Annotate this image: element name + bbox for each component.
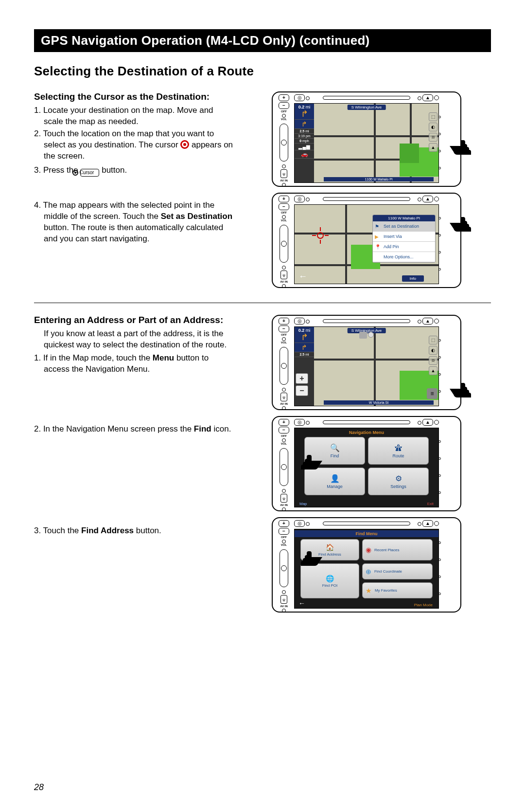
section-heading: Selecting the Destination of a Route	[34, 64, 491, 79]
step-2-3a: 3. Touch the	[34, 526, 81, 535]
pointing-hand-icon	[296, 546, 325, 568]
step-2-3-bold: Find Address	[81, 526, 134, 535]
manage-icon: 👤	[330, 474, 340, 483]
side-icon-2: ◐	[429, 123, 438, 131]
street-label: S Wilmington Ave	[348, 105, 386, 110]
minus-btn: −	[279, 102, 289, 109]
tile-my-favorites[interactable]: ★My Favorites	[362, 582, 433, 598]
sec2-intro: If you know at least a part of the addre…	[44, 328, 233, 351]
step-1-3-text-b: button.	[99, 165, 127, 175]
tile-recent-places[interactable]: ◉Recent Places	[362, 539, 433, 560]
ctx-add-pin[interactable]: 📍Add Pin	[373, 242, 435, 252]
recent-icon: ◉	[366, 546, 371, 554]
menu-button[interactable]: ≡	[427, 388, 438, 399]
step-2-3b: button.	[134, 526, 161, 535]
step-2-2a: 2. In the Navigation Menu screen press t…	[34, 424, 194, 433]
side-icon-3: ⛭	[429, 133, 438, 142]
sub-heading-1: Selecting the Cursor as the Destination:	[34, 91, 233, 102]
ctx-more-options[interactable]: More Options...	[373, 252, 435, 262]
step-2-3: 3. Touch the Find Address button.	[44, 525, 233, 537]
route-icon: 🛣	[395, 444, 402, 452]
coord-icon: ⊕	[366, 568, 371, 576]
tile-find-coordinate[interactable]: ⊕Find Coordinate	[362, 563, 433, 579]
side-icon-1: ⬚	[429, 112, 438, 121]
sub-heading-2: Entering an Address or Part of an Addres…	[34, 315, 233, 325]
device-screenshot-1: ◎▲ +−OFFVOLψAV IN S Wilmington Ave 0.2 m…	[272, 91, 461, 187]
zoom-out-btn[interactable]: −	[296, 385, 308, 396]
step-1-4-bold: Set as Destination	[161, 212, 232, 221]
usb-icon: ψ	[280, 169, 287, 178]
cursor-button-inline: Cursor	[80, 169, 99, 177]
tile-manage[interactable]: 👤Manage	[304, 468, 365, 495]
step-1-1: 1. Locate your destination on the map. M…	[44, 105, 233, 127]
turn-arrow-1-icon: ↱	[295, 109, 314, 118]
flag-icon: ⚑	[375, 224, 379, 229]
exit-link[interactable]: Exit	[427, 502, 434, 506]
dist-2-unit: mi	[305, 129, 309, 133]
nav-time: 3:19 pm	[295, 134, 314, 139]
car-icon: 🚗	[295, 150, 314, 159]
via-icon: ▶	[375, 234, 379, 239]
back-arrow-icon[interactable]: ←	[298, 271, 307, 282]
turn-arrow-2-icon: ↱	[295, 121, 314, 127]
pointing-hand-icon	[447, 212, 476, 234]
step-2-2-bold: Find	[194, 424, 211, 433]
star-icon: ★	[366, 587, 372, 595]
zoom-in-btn[interactable]: +	[296, 373, 308, 384]
device-screenshot-2: ◎▲ +−OFFVOLψAV IN 11	[272, 193, 461, 288]
find-icon: 🔍	[330, 443, 340, 452]
device-screenshot-5: ◎▲ +−OFFVOLψAV IN Find Menu 🏠Find Addres…	[272, 517, 461, 613]
bottom-street-label-3: W Victoria St	[324, 400, 434, 405]
plan-mode-link[interactable]: Plan Mode	[414, 603, 433, 607]
step-1-3: 3. Press the Cursor button.	[44, 165, 233, 177]
context-menu-header: 1100 W Mahalo Pl	[373, 215, 435, 221]
step-2-1: 1. If in the Map mode, touch the Menu bu…	[44, 353, 233, 375]
plus-btn: +	[279, 94, 289, 101]
nav-speed-unit: mph	[302, 139, 309, 143]
pointing-hand-icon	[296, 450, 325, 471]
step-1-2: 2. Touch the location on the map that yo…	[44, 128, 233, 162]
pointing-hand-icon	[447, 135, 476, 157]
nav-menu-title: Navigation Menu	[295, 430, 438, 435]
nav-btn-icon: ◎	[294, 94, 305, 101]
tile-find-poi[interactable]: 🌐Find POI	[300, 563, 359, 598]
find-menu-title: Find Menu	[295, 530, 438, 537]
scroll-wheel	[280, 124, 288, 162]
house-icon: 🏠	[326, 543, 334, 551]
signal-icon: ▂▄▆	[295, 144, 314, 150]
pin-icon: 📍	[375, 244, 381, 250]
step-2-2b: icon.	[211, 424, 231, 433]
step-2-1a: 1. If in the Map mode, touch the	[34, 353, 153, 362]
tile-route[interactable]: 🛣Route	[368, 437, 429, 465]
pointing-hand-icon	[447, 378, 476, 399]
cursor-icon	[180, 140, 189, 149]
step-1-4-text-b: button. The route is then automatically …	[44, 223, 223, 243]
eject-btn-icon: ▲	[422, 94, 433, 101]
dist-2: 2.5	[299, 129, 304, 133]
step-2-1-bold: Menu	[153, 353, 174, 362]
settings-icon: ⚙	[395, 474, 402, 483]
nav-speed: 0	[299, 139, 301, 143]
map-cursor-icon	[314, 229, 327, 242]
device-screenshot-3: ◎▲ +−OFFVOLψAV IN S Wilmington Ave 0.2 m…	[272, 315, 461, 410]
device-screenshot-4: ◎▲ +−OFFVOLψAV IN Navigation Menu 🔍Find …	[272, 416, 461, 511]
side-icon-4: ▲	[429, 143, 438, 152]
step-2-2: 2. In the Navigation Menu screen press t…	[44, 424, 233, 435]
info-button[interactable]: Info	[402, 275, 424, 282]
ctx-set-destination[interactable]: ⚑Set as Destination	[373, 221, 435, 232]
bottom-street-label: 1100 W Mahalo Pl	[324, 177, 434, 181]
back-arrow-icon[interactable]: ←	[298, 599, 305, 607]
section-divider	[34, 303, 491, 303]
tile-settings[interactable]: ⚙Settings	[368, 468, 429, 495]
poi-icon: 🌐	[326, 575, 334, 582]
ctx-insert-via[interactable]: ▶Insert Via	[373, 232, 435, 242]
cursor-button-label: Cursor	[79, 170, 94, 175]
title-bar: GPS Navigation Operation (M4-LCD Only) (…	[34, 29, 491, 52]
page-number: 28	[34, 782, 44, 793]
context-menu: 1100 W Mahalo Pl ⚑Set as Destination ▶In…	[372, 215, 436, 263]
step-1-4: 4. The map appears with the selected poi…	[44, 200, 233, 245]
map-link[interactable]: Map	[299, 502, 307, 506]
